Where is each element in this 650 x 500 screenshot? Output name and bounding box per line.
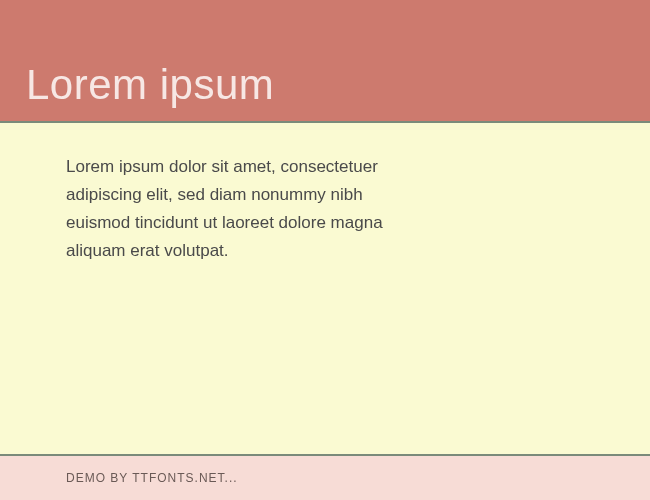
- header-bar: Lorem ipsum: [0, 0, 650, 121]
- footer-text: DEMO BY TTFONTS.NET...: [66, 471, 238, 485]
- content-area: Lorem ipsum dolor sit amet, consectetuer…: [0, 123, 650, 454]
- page-title: Lorem ipsum: [26, 61, 274, 109]
- footer-bar: DEMO BY TTFONTS.NET...: [0, 456, 650, 500]
- body-paragraph: Lorem ipsum dolor sit amet, consectetuer…: [66, 153, 406, 265]
- page-container: Lorem ipsum Lorem ipsum dolor sit amet, …: [0, 0, 650, 500]
